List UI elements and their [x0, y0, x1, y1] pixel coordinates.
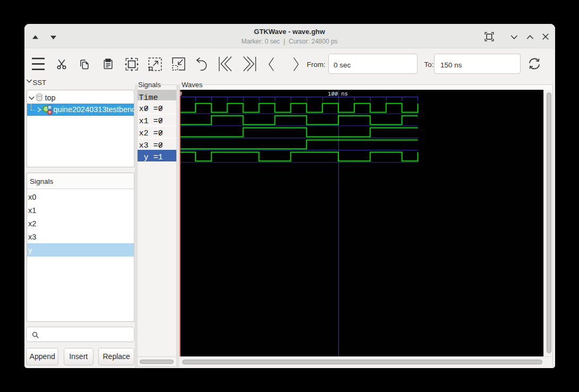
svg-text:100 ns: 100 ns: [328, 91, 348, 97]
